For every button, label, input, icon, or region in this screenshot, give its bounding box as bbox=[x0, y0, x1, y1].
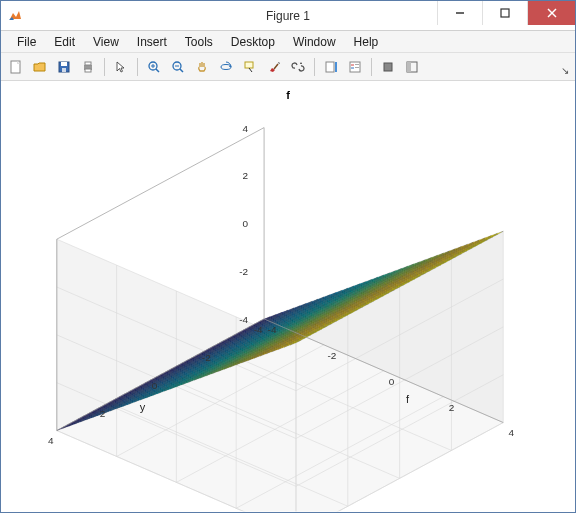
svg-rect-29 bbox=[384, 63, 392, 71]
surface-plot: -4-2024-4-2024-4-2024yf bbox=[1, 81, 575, 512]
menu-insert[interactable]: Insert bbox=[129, 33, 175, 51]
svg-text:4: 4 bbox=[508, 428, 514, 439]
menu-help[interactable]: Help bbox=[346, 33, 387, 51]
svg-text:0: 0 bbox=[243, 218, 249, 229]
toolbar bbox=[1, 53, 575, 81]
menu-file[interactable]: File bbox=[9, 33, 44, 51]
svg-rect-6 bbox=[61, 62, 67, 66]
svg-text:-4: -4 bbox=[239, 314, 248, 325]
pan-icon[interactable] bbox=[191, 56, 213, 78]
svg-text:2: 2 bbox=[243, 170, 249, 181]
axes-3d[interactable]: f -4-2024-4-2024-4-2024yf bbox=[1, 81, 575, 512]
rotate3d-icon[interactable] bbox=[215, 56, 237, 78]
svg-rect-19 bbox=[245, 62, 253, 68]
new-figure-icon[interactable] bbox=[5, 56, 27, 78]
svg-line-16 bbox=[180, 69, 183, 72]
svg-text:2: 2 bbox=[449, 402, 455, 413]
print-icon[interactable] bbox=[77, 56, 99, 78]
svg-rect-23 bbox=[335, 62, 337, 72]
svg-text:-2: -2 bbox=[239, 266, 248, 277]
svg-text:-4: -4 bbox=[268, 324, 277, 335]
window-controls bbox=[437, 1, 575, 30]
menu-desktop[interactable]: Desktop bbox=[223, 33, 283, 51]
open-icon[interactable] bbox=[29, 56, 51, 78]
svg-rect-31 bbox=[407, 62, 411, 72]
colorbar-icon[interactable] bbox=[320, 56, 342, 78]
pointer-icon[interactable] bbox=[110, 56, 132, 78]
menu-view[interactable]: View bbox=[85, 33, 127, 51]
zoom-in-icon[interactable] bbox=[143, 56, 165, 78]
minimize-button[interactable] bbox=[437, 1, 482, 25]
close-button[interactable] bbox=[527, 1, 575, 25]
svg-rect-9 bbox=[85, 62, 91, 65]
zoom-out-icon[interactable] bbox=[167, 56, 189, 78]
brush-icon[interactable] bbox=[263, 56, 285, 78]
svg-text:y: y bbox=[140, 401, 146, 413]
svg-text:0: 0 bbox=[389, 376, 395, 387]
menu-edit[interactable]: Edit bbox=[46, 33, 83, 51]
matlab-icon bbox=[7, 8, 23, 24]
svg-line-20 bbox=[249, 68, 252, 72]
hide-tools-icon[interactable] bbox=[377, 56, 399, 78]
datacursor-icon[interactable] bbox=[239, 56, 261, 78]
separator bbox=[371, 58, 372, 76]
svg-rect-27 bbox=[355, 64, 359, 65]
save-icon[interactable] bbox=[53, 56, 75, 78]
svg-text:4: 4 bbox=[48, 435, 54, 446]
svg-text:-2: -2 bbox=[202, 352, 211, 363]
svg-rect-10 bbox=[85, 69, 91, 72]
svg-text:2: 2 bbox=[100, 408, 106, 419]
menu-tools[interactable]: Tools bbox=[177, 33, 221, 51]
dock-icon[interactable] bbox=[401, 56, 423, 78]
svg-text:-4: -4 bbox=[254, 324, 263, 335]
separator bbox=[314, 58, 315, 76]
svg-rect-28 bbox=[355, 67, 359, 68]
menubar: File Edit View Insert Tools Desktop Wind… bbox=[1, 31, 575, 53]
link-icon[interactable] bbox=[287, 56, 309, 78]
svg-text:0: 0 bbox=[152, 380, 158, 391]
legend-icon[interactable] bbox=[344, 56, 366, 78]
titlebar: Figure 1 bbox=[1, 1, 575, 31]
svg-rect-22 bbox=[326, 62, 334, 72]
svg-text:4: 4 bbox=[243, 123, 249, 134]
svg-text:-2: -2 bbox=[327, 350, 336, 361]
svg-line-21 bbox=[274, 64, 278, 69]
separator bbox=[137, 58, 138, 76]
svg-rect-7 bbox=[62, 68, 66, 72]
maximize-button[interactable] bbox=[482, 1, 527, 25]
svg-line-12 bbox=[156, 69, 159, 72]
svg-line-1670 bbox=[57, 128, 264, 240]
menu-window[interactable]: Window bbox=[285, 33, 344, 51]
dock-arrow-icon[interactable]: ↘ bbox=[561, 65, 569, 76]
separator bbox=[104, 58, 105, 76]
svg-rect-1 bbox=[501, 9, 509, 17]
